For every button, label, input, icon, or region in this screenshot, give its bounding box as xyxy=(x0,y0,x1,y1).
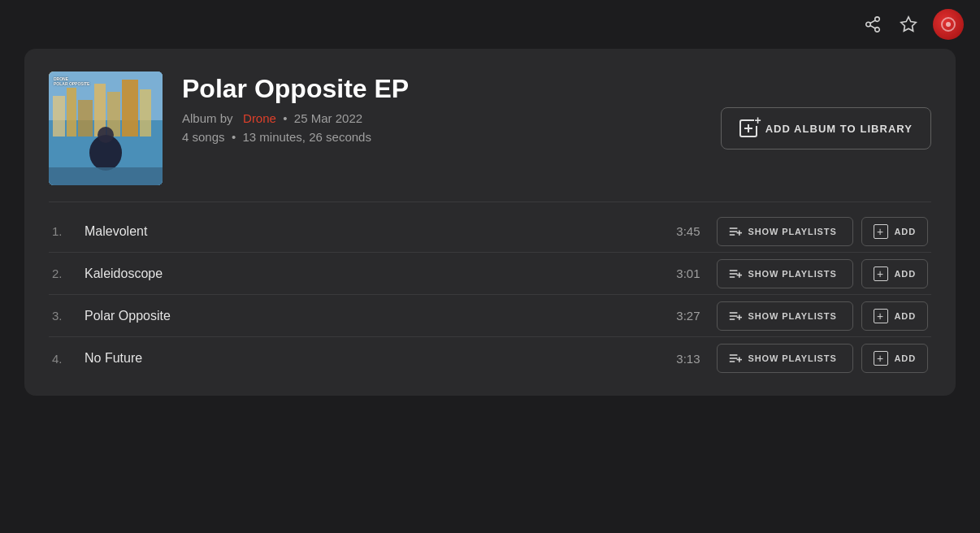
svg-rect-11 xyxy=(49,167,163,185)
track-name: Kaleidoscope xyxy=(85,266,652,281)
svg-rect-7 xyxy=(122,80,138,136)
add-track-button[interactable]: + ADD xyxy=(861,217,928,246)
track-duration: 3:45 xyxy=(652,224,700,238)
songs-separator: • xyxy=(228,130,240,144)
playlist-icon xyxy=(729,267,742,280)
track-name: No Future xyxy=(85,351,652,366)
add-track-button[interactable]: + ADD xyxy=(861,344,928,373)
track-list: 1. Malevolent 3:45 xyxy=(49,210,931,379)
track-duration: 3:01 xyxy=(652,266,700,280)
add-track-icon: + xyxy=(874,351,888,366)
playlist-icon xyxy=(729,225,742,238)
show-playlists-button[interactable]: SHOW PLAYLISTS xyxy=(717,301,853,331)
svg-rect-4 xyxy=(78,100,93,136)
add-track-button[interactable]: + ADD xyxy=(861,259,928,288)
add-track-label: ADD xyxy=(895,269,916,279)
track-duration: 3:13 xyxy=(652,352,700,366)
album-info: Polar Opposite EP Album by Drone • 25 Ma… xyxy=(182,72,701,144)
track-actions: SHOW PLAYLISTS + ADD xyxy=(717,217,928,246)
track-row: 2. Kaleidoscope 3:01 xyxy=(49,253,931,295)
svg-rect-8 xyxy=(140,89,151,136)
svg-rect-3 xyxy=(67,88,76,136)
song-count: 4 songs xyxy=(182,130,225,144)
track-num: 4. xyxy=(52,352,85,366)
show-playlists-button[interactable]: SHOW PLAYLISTS xyxy=(717,217,853,246)
track-num: 3. xyxy=(52,309,85,323)
add-track-label: ADD xyxy=(895,353,916,363)
show-playlists-button[interactable]: SHOW PLAYLISTS xyxy=(717,259,853,288)
show-playlists-label: SHOW PLAYLISTS xyxy=(748,227,837,236)
user-avatar-button[interactable] xyxy=(933,9,964,40)
add-track-icon: + xyxy=(874,309,888,323)
top-bar xyxy=(0,0,980,49)
release-date: 25 Mar 2022 xyxy=(294,111,362,125)
album-meta: Album by Drone • 25 Mar 2022 xyxy=(182,111,701,125)
favorite-button[interactable] xyxy=(897,13,920,36)
track-name: Malevolent xyxy=(85,224,652,239)
add-album-label: ADD ALBUM TO LIBRARY xyxy=(765,123,913,135)
add-track-icon: + xyxy=(874,224,888,239)
playlist-icon xyxy=(729,310,742,323)
add-track-label: ADD xyxy=(895,311,916,321)
track-row: 1. Malevolent 3:45 xyxy=(49,210,931,253)
avatar-icon xyxy=(941,17,956,32)
album-art: DRONEPOLAR OPPOSITE xyxy=(49,72,163,185)
svg-point-10 xyxy=(98,127,114,143)
add-album-to-library-button[interactable]: ADD ALBUM TO LIBRARY xyxy=(721,107,931,150)
track-row: 3. Polar Opposite 3:27 xyxy=(49,295,931,337)
track-actions: SHOW PLAYLISTS + ADD xyxy=(717,259,928,288)
show-playlists-label: SHOW PLAYLISTS xyxy=(748,269,837,279)
show-playlists-button[interactable]: SHOW PLAYLISTS xyxy=(717,344,853,373)
album-songs-info: 4 songs • 13 minutes, 26 seconds xyxy=(182,130,701,144)
track-name: Polar Opposite xyxy=(85,309,652,323)
show-playlists-label: SHOW PLAYLISTS xyxy=(748,311,837,321)
album-title: Polar Opposite EP xyxy=(182,75,701,103)
track-num: 2. xyxy=(52,266,85,280)
add-library-icon xyxy=(739,119,757,137)
track-duration: 3:27 xyxy=(652,309,700,323)
album-header: DRONEPOLAR OPPOSITE xyxy=(49,72,931,202)
svg-rect-2 xyxy=(53,96,65,136)
album-meta-prefix: Album by xyxy=(182,111,233,125)
duration: 13 minutes, 26 seconds xyxy=(242,130,371,144)
show-playlists-label: SHOW PLAYLISTS xyxy=(748,353,837,363)
meta-separator: • xyxy=(280,111,291,125)
add-track-icon: + xyxy=(874,266,888,281)
add-track-label: ADD xyxy=(895,227,916,236)
add-track-button[interactable]: + ADD xyxy=(861,301,928,331)
artist-link[interactable]: Drone xyxy=(243,111,276,125)
album-card: DRONEPOLAR OPPOSITE xyxy=(24,49,956,396)
main-content: DRONEPOLAR OPPOSITE xyxy=(0,49,980,420)
track-actions: SHOW PLAYLISTS + ADD xyxy=(717,301,928,331)
track-row: 4. No Future 3:13 xyxy=(49,337,931,379)
track-num: 1. xyxy=(52,224,85,238)
track-actions: SHOW PLAYLISTS + ADD xyxy=(717,344,928,373)
share-button[interactable] xyxy=(861,13,884,36)
playlist-icon xyxy=(729,352,742,365)
